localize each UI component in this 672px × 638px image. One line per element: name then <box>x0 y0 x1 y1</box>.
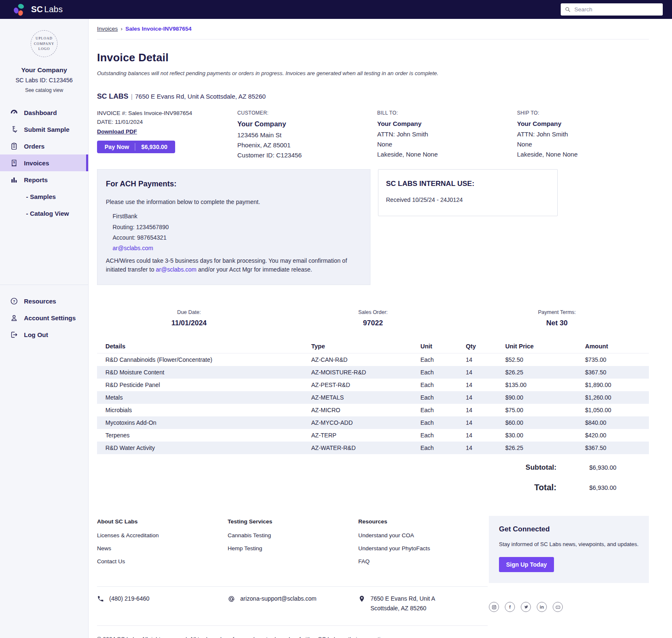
col-header-type: Type <box>311 343 420 350</box>
sidebar-item-label: Reports <box>24 176 48 183</box>
instagram-icon[interactable] <box>489 602 499 612</box>
col-header-unit-price: Unit Price <box>505 343 585 350</box>
footer-divider-bottom <box>97 625 488 626</box>
cell-details: R&D Moisture Content <box>97 369 311 376</box>
cell-type: AZ-METALS <box>311 394 420 401</box>
ach-bank-details: FirstBank Routing: 1234567890 Account: 9… <box>113 212 362 252</box>
upload-logo-line3: LOGO <box>38 46 50 52</box>
linkedin-icon[interactable]: in <box>537 602 547 612</box>
facebook-icon[interactable]: f <box>505 602 515 612</box>
pay-now-button[interactable]: Pay Now $6,930.00 <box>97 141 175 153</box>
ach-email-link[interactable]: ar@sclabs.com <box>113 245 153 251</box>
sidebar-item-invoices[interactable]: $ Invoices <box>0 154 88 171</box>
cell-unit-price: $75.00 <box>505 407 585 413</box>
footer-link-understand-phytofacts[interactable]: Understand your PhytoFacts <box>358 545 489 552</box>
bill-to-line1: None <box>377 141 517 148</box>
sidebar-item-account-settings[interactable]: Account Settings <box>0 309 88 326</box>
cell-unit: Each <box>420 356 466 363</box>
cell-details: R&D Cannabinoids (Flower/Concentrate) <box>97 356 311 363</box>
footer-link-faq[interactable]: FAQ <box>358 558 489 565</box>
cell-type: AZ-TERP <box>311 432 420 439</box>
total-value: $6,930.00 <box>589 484 649 491</box>
cell-amount: $367.50 <box>585 369 649 376</box>
footer-link-understand-coa[interactable]: Understand your COA <box>358 532 489 539</box>
contact-email-address: arizona-support@sclabs.com <box>240 595 317 602</box>
sidebar-item-orders[interactable]: Orders <box>0 138 88 154</box>
ach-note-email-link[interactable]: ar@sclabs.com <box>156 266 197 273</box>
ship-to-line2: Lakeside, None None <box>517 151 649 158</box>
footer-link-news[interactable]: News <box>97 545 228 552</box>
search-input[interactable] <box>574 6 659 13</box>
ach-account: Account: 987654321 <box>113 233 362 242</box>
ship-to-line1: None <box>517 141 649 148</box>
invoice-icon: $ <box>10 159 18 167</box>
cell-unit-price: $90.00 <box>505 394 585 401</box>
sales-order-cell: Sales Order: 97022 <box>281 309 465 327</box>
table-row: MetalsAZ-METALSEach14$90.00$1,260.00 <box>97 391 649 404</box>
cell-details: Microbials <box>97 407 311 413</box>
cell-qty: 14 <box>466 432 505 439</box>
sign-up-today-button[interactable]: Sign Up Today <box>499 557 554 572</box>
cell-type: AZ-PEST-R&D <box>311 382 420 388</box>
sidebar-item-label: Log Out <box>24 331 48 338</box>
contact-email[interactable]: arizona-support@sclabs.com <box>228 595 358 614</box>
search-box[interactable] <box>561 3 663 16</box>
contact-phone[interactable]: (480) 219-6460 <box>97 595 228 614</box>
cell-type: AZ-MICRO <box>311 407 420 413</box>
cell-unit: Each <box>420 445 466 451</box>
footer-link-licenses[interactable]: Licenses & Accreditation <box>97 532 228 539</box>
brand-text: SCLabs <box>31 5 63 14</box>
breadcrumb-invoices-link[interactable]: Invoices <box>97 26 118 32</box>
twitter-icon[interactable] <box>521 602 531 612</box>
map-pin-icon <box>358 595 365 602</box>
cell-details: R&D Pesticide Panel <box>97 382 311 388</box>
sidebar-item-submit-sample[interactable]: Submit Sample <box>0 121 88 138</box>
cell-unit: Each <box>420 419 466 426</box>
footer-link-hemp-testing[interactable]: Hemp Testing <box>228 545 358 552</box>
footer-col-title: Resources <box>358 518 489 525</box>
download-pdf-link[interactable]: Download PDF <box>97 128 137 135</box>
page-note: Outstanding balances will not reflect pe… <box>97 70 649 76</box>
company-id: SC Labs ID: C123456 <box>0 77 88 84</box>
top-navbar: SCLabs <box>0 0 672 19</box>
footer-link-contact-us[interactable]: Contact Us <box>97 558 228 565</box>
social-icons: f in <box>489 602 649 612</box>
lab-address-line: SC LABS|7650 E Evans Rd, Unit A Scottsda… <box>97 92 649 101</box>
pay-now-label: Pay Now <box>105 144 129 150</box>
sidebar-subitem-label: - Catalog View <box>26 210 69 217</box>
bill-to-attn: ATTN: John Smith <box>377 131 517 138</box>
main-content: Invoices › Sales Invoice-INV987654 Invoi… <box>89 19 672 638</box>
company-name: Your Company <box>0 66 88 74</box>
contact-row: (480) 219-6460 arizona-support@sclabs.co… <box>97 595 649 614</box>
sidebar-subitem-samples[interactable]: - Samples <box>0 188 88 205</box>
sidebar-item-reports[interactable]: Reports <box>0 171 88 188</box>
cell-unit-price: $30.00 <box>505 432 585 439</box>
sidebar-item-dashboard[interactable]: Dashboard <box>0 104 88 121</box>
footer-link-cannabis-testing[interactable]: Cannabis Testing <box>228 532 358 539</box>
cell-amount: $735.00 <box>585 356 649 363</box>
page-title: Invoice Detail <box>97 51 649 64</box>
sidebar-item-label: Submit Sample <box>24 126 69 133</box>
payment-terms-value: Net 30 <box>465 319 649 327</box>
cell-unit-price: $60.00 <box>505 419 585 426</box>
cell-unit: Each <box>420 432 466 439</box>
sales-order-value: 97022 <box>281 319 465 327</box>
internal-use-title: SC LABS INTERNAL USE: <box>386 180 550 188</box>
table-row: R&D Pesticide PanelAZ-PEST-R&DEach14$135… <box>97 379 649 391</box>
ship-to-column: SHIP TO: Your Company ATTN: John Smith N… <box>517 110 649 162</box>
see-catalog-view-link[interactable]: See catalog view <box>0 87 88 93</box>
sidebar: UPLOAD COMPANY LOGO Your Company SC Labs… <box>0 19 89 638</box>
cell-type: AZ-WATER-R&D <box>311 445 420 451</box>
sidebar-item-resources[interactable]: ? Resources <box>0 293 88 309</box>
cell-amount: $367.50 <box>585 445 649 451</box>
pay-now-amount: $6,930.00 <box>141 144 167 150</box>
cell-qty: 14 <box>466 356 505 363</box>
ach-payments-box: For ACH Payments: Please use the informa… <box>97 169 370 285</box>
sidebar-item-log-out[interactable]: Log Out <box>0 326 88 343</box>
cell-amount: $1,890.00 <box>585 382 649 388</box>
upload-company-logo-button[interactable]: UPLOAD COMPANY LOGO <box>31 30 58 57</box>
youtube-icon[interactable] <box>553 602 563 612</box>
payment-terms-label: Payment Terms: <box>465 309 649 315</box>
cell-amount: $1,260.00 <box>585 394 649 401</box>
sidebar-subitem-catalog-view[interactable]: - Catalog View <box>0 205 88 222</box>
